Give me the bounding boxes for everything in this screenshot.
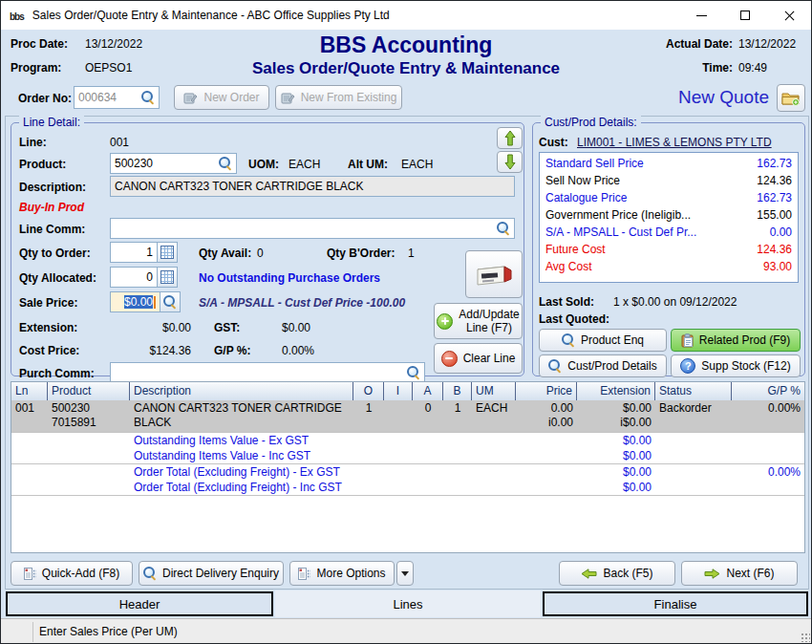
tab-header[interactable]: Header: [6, 591, 273, 616]
summary-row: Order Total (Excluding Freight) - Inc GS…: [11, 480, 804, 495]
folder-add-icon: [781, 91, 801, 106]
extension-value: $0.00: [107, 321, 191, 334]
cust-label: Cust:: [539, 136, 568, 149]
summary-row: Outstanding Items Value - Inc GST $0.00: [11, 448, 804, 463]
status-message: Enter Sales Price (Per UM): [39, 625, 178, 638]
line-comm-input[interactable]: [110, 218, 515, 239]
window-controls: [679, 1, 811, 30]
gst-label: GST:: [214, 321, 240, 334]
cost-price-value: $124.36: [107, 344, 191, 357]
order-totals-group: Order Total (Excluding Freight) - Ex GST…: [11, 463, 804, 495]
price-row: Catalogue Price 162.73: [540, 189, 798, 206]
order-no-input[interactable]: 000634: [74, 86, 160, 109]
tab-lines[interactable]: Lines: [275, 590, 541, 617]
line-detail-group: Line Detail: Line: 001 Product: 500230 U…: [11, 122, 524, 376]
clear-line-button[interactable]: Clear Line: [434, 343, 523, 374]
more-options-button[interactable]: More Options: [289, 561, 395, 586]
arrow-up-icon: [504, 130, 516, 146]
cost-price-label: Cost Price:: [19, 344, 79, 357]
next-button[interactable]: Next (F6): [681, 561, 798, 586]
description-input: CANON CART323 TONER CARTRIDGE BLACK: [110, 176, 515, 197]
new-order-button[interactable]: New Order: [174, 85, 269, 110]
clipboard-icon: [681, 333, 694, 348]
no-outstanding-po-text: No Outstanding Purchase Orders: [199, 271, 380, 285]
sale-price-label: Sale Price:: [19, 296, 77, 310]
new-order-icon: [183, 92, 198, 104]
col-header-extension: Extension: [577, 382, 655, 400]
qty-to-order-input[interactable]: 1: [110, 242, 158, 263]
price-row: Avg Cost 93.00: [540, 258, 798, 275]
line-comm-search-icon[interactable]: [497, 222, 510, 235]
qty-to-order-calculator-button[interactable]: [157, 242, 178, 263]
customer-link[interactable]: LIM001 - LIMES & LEMONS PTY LTD: [577, 136, 772, 149]
col-header-gp: G/P %: [732, 382, 804, 400]
supp-stock-button[interactable]: Supp Stock (F12): [671, 354, 801, 377]
status-divider: [32, 622, 33, 642]
move-line-down-button[interactable]: [497, 151, 523, 173]
line-comm-label: Line Comm:: [19, 223, 85, 236]
summary-row: Order Total (Excluding Freight) - Ex GST…: [11, 464, 804, 480]
price-row: Future Cost 124.36: [540, 241, 798, 258]
question-icon: [680, 358, 695, 374]
price-rule-text: S/A - MPSALL - Cust Def Price -100.00: [199, 296, 432, 310]
quick-add-button[interactable]: Quick-Add (F8): [11, 561, 133, 586]
new-quote-button[interactable]: [777, 84, 805, 112]
sale-price-search-button[interactable]: [160, 291, 181, 312]
line-value: 001: [110, 136, 129, 149]
form-icon: [298, 568, 310, 580]
col-header-ln: Ln: [11, 382, 48, 400]
product-search-icon[interactable]: [219, 157, 232, 170]
qty-allocated-input[interactable]: 0: [110, 267, 158, 288]
new-from-existing-button[interactable]: New From Existing: [275, 85, 402, 110]
summary-row: Outstanding Items Value - Ex GST $0.00: [11, 433, 804, 448]
qty-allocated-label: Qty Allocated:: [19, 271, 96, 285]
description-label: Description:: [19, 181, 86, 194]
maximize-icon[interactable]: [723, 1, 767, 30]
direct-delivery-enquiry-button[interactable]: Direct Delivery Enquiry: [139, 561, 284, 586]
resize-grip[interactable]: [801, 633, 810, 642]
calculator-icon: [160, 270, 174, 284]
order-search-icon[interactable]: [141, 91, 155, 104]
related-prod-button[interactable]: Related Prod (F9): [671, 329, 801, 352]
more-options-dropdown-button[interactable]: [396, 561, 414, 586]
table-empty-area: [11, 495, 804, 553]
sale-price-input[interactable]: $0.00: [110, 291, 160, 312]
close-icon[interactable]: [767, 1, 811, 30]
back-button[interactable]: Back (F5): [559, 561, 675, 586]
cust-prod-details-button[interactable]: Cust/Prod Details: [539, 354, 667, 377]
search-icon: [562, 333, 575, 347]
tab-finalise[interactable]: Finalise: [543, 591, 808, 616]
app-window: bbs Sales Order/Quote Entry & Maintenanc…: [0, 0, 812, 644]
new-quote-label: New Quote: [670, 87, 769, 108]
table-row-selected[interactable]: 001 500230 7015891 CANON CART323 TONER C…: [11, 400, 804, 432]
qty-allocated-calculator-button[interactable]: [157, 267, 178, 288]
actual-date-label: Actual Date:: [656, 37, 733, 51]
alt-um-label: Alt UM:: [348, 158, 388, 171]
purch-comm-label: Purch Comm:: [19, 367, 95, 380]
app-logo-icon: bbs: [10, 10, 24, 22]
minimize-icon[interactable]: [679, 1, 723, 30]
search-icon: [143, 567, 157, 580]
qty-to-order-label: Qty to Order:: [19, 247, 91, 260]
product-enq-button[interactable]: Product Enq: [539, 329, 667, 352]
arrow-left-icon: [581, 569, 597, 579]
price-row: S/A - MPSALL - Cust Def Pr... 0.00: [540, 224, 798, 241]
outstanding-totals-group: Outstanding Items Value - Ex GST $0.00 O…: [11, 432, 804, 463]
cust-prod-group: Cust/Prod Details: Cust: LIM001 - LIMES …: [532, 122, 805, 376]
product-input[interactable]: 500230: [110, 153, 237, 174]
time-value: 09:49: [738, 61, 767, 75]
move-line-up-button[interactable]: [497, 127, 523, 149]
col-header-price: Price: [516, 382, 577, 400]
product-image-button[interactable]: [465, 250, 523, 298]
purch-comm-search-icon[interactable]: [407, 366, 420, 379]
arrow-down-icon: [504, 154, 516, 170]
gst-value: $0.00: [282, 321, 310, 334]
purch-comm-input[interactable]: [110, 362, 425, 383]
buy-in-prod-flag: Buy-In Prod: [19, 201, 84, 214]
qty-avail-label: Qty Avail:: [199, 247, 251, 260]
add-update-line-button[interactable]: Add/Update Line (F7): [434, 303, 523, 339]
col-header-a: A: [413, 382, 443, 400]
text-caret: [154, 296, 156, 309]
uom-label: UOM:: [248, 158, 279, 171]
price-list: Standard Sell Price 162.73 Sell Now Pric…: [539, 152, 799, 283]
